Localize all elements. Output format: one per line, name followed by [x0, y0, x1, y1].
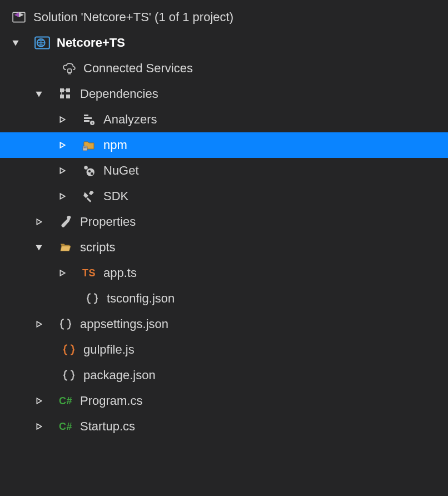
gulp-file-icon: [60, 341, 78, 359]
appsettings-row[interactable]: appsettings.json: [0, 311, 448, 337]
sdk-tools-icon: [80, 187, 98, 205]
startup-cs-row[interactable]: C# Startup.cs: [0, 414, 448, 439]
package-json-label: package.json: [83, 369, 156, 381]
program-cs-row[interactable]: C# Program.cs: [0, 388, 448, 414]
sdk-label: SDK: [103, 190, 128, 202]
dependencies-label: Dependencies: [80, 88, 158, 100]
folder-open-icon: [57, 239, 74, 256]
startup-cs-label: Startup.cs: [80, 420, 135, 433]
svg-rect-6: [60, 88, 64, 92]
solution-icon: [10, 8, 28, 26]
package-json-row[interactable]: package.json: [0, 363, 448, 388]
dependencies-row[interactable]: Dependencies: [0, 81, 448, 107]
gulpfile-row[interactable]: gulpfile.js: [0, 337, 448, 363]
dependencies-icon: [57, 85, 74, 103]
svg-rect-12: [84, 115, 88, 116]
svg-rect-17: [83, 146, 87, 151]
svg-rect-9: [66, 95, 70, 98]
nuget-row[interactable]: NuGet: [0, 158, 448, 183]
expand-arrow-down-icon[interactable]: [33, 88, 44, 100]
svg-rect-7: [66, 88, 70, 92]
expand-arrow-right-icon[interactable]: [33, 421, 44, 432]
svg-rect-8: [60, 95, 64, 98]
analyzers-icon: i: [80, 111, 98, 128]
program-cs-label: Program.cs: [80, 395, 142, 407]
svg-rect-19: [86, 147, 87, 148]
scripts-label: scripts: [80, 241, 116, 254]
expand-arrow-right-icon[interactable]: [57, 267, 68, 279]
sdk-row[interactable]: SDK: [0, 183, 448, 209]
expand-arrow-down-icon[interactable]: [10, 37, 21, 48]
expand-arrow-right-icon[interactable]: [33, 216, 44, 227]
tsconfig-row[interactable]: tsconfig.json: [0, 286, 448, 311]
tsconfig-label: tsconfig.json: [107, 292, 175, 305]
csharp-file-icon: C#: [57, 418, 74, 435]
npm-folder-icon: [80, 136, 98, 154]
expand-arrow-down-icon[interactable]: [33, 242, 44, 253]
json-file-icon: [57, 315, 74, 333]
expand-arrow-right-icon[interactable]: [57, 114, 68, 125]
nuget-icon: [80, 162, 98, 180]
svg-rect-23: [91, 172, 93, 175]
analyzers-label: Analyzers: [103, 113, 157, 126]
solution-explorer-tree: Solution 'Netcore+TS' (1 of 1 project) N…: [0, 0, 448, 439]
appsettings-label: appsettings.json: [80, 318, 168, 330]
analyzers-row[interactable]: i Analyzers: [0, 107, 448, 132]
gulpfile-label: gulpfile.js: [83, 344, 135, 356]
expand-arrow-right-icon[interactable]: [57, 165, 68, 176]
nuget-label: NuGet: [103, 165, 139, 177]
expand-arrow-right-icon[interactable]: [57, 191, 68, 202]
app-ts-label: app.ts: [103, 267, 137, 279]
app-ts-row[interactable]: TS app.ts: [0, 260, 448, 286]
svg-rect-18: [84, 147, 85, 148]
solution-row[interactable]: Solution 'Netcore+TS' (1 of 1 project): [0, 4, 448, 30]
svg-rect-3: [68, 69, 71, 72]
expand-arrow-right-icon[interactable]: [33, 319, 44, 330]
cloud-plug-icon: [60, 59, 78, 77]
expand-arrow-right-icon[interactable]: [57, 140, 68, 151]
typescript-file-icon: TS: [80, 264, 98, 282]
svg-point-20: [84, 166, 88, 170]
solution-label: Solution 'Netcore+TS' (1 of 1 project): [33, 11, 233, 23]
csharp-file-icon: C#: [57, 392, 74, 410]
project-label: Netcore+TS: [57, 37, 125, 49]
wrench-icon: [57, 213, 74, 231]
connected-services-label: Connected Services: [83, 62, 193, 75]
scripts-row[interactable]: scripts: [0, 235, 448, 260]
properties-row[interactable]: Properties: [0, 209, 448, 235]
svg-rect-21: [87, 168, 94, 176]
json-file-icon: [60, 366, 78, 384]
connected-services-row[interactable]: Connected Services: [0, 56, 448, 81]
properties-label: Properties: [80, 216, 136, 228]
json-file-icon: [83, 290, 101, 307]
expand-arrow-right-icon[interactable]: [33, 395, 44, 406]
svg-rect-13: [84, 117, 92, 119]
npm-row[interactable]: npm: [0, 132, 448, 158]
svg-point-22: [88, 170, 91, 172]
svg-rect-14: [84, 120, 89, 122]
npm-label: npm: [103, 139, 127, 151]
project-row[interactable]: Netcore+TS: [0, 30, 448, 56]
globe-icon: [33, 34, 51, 52]
